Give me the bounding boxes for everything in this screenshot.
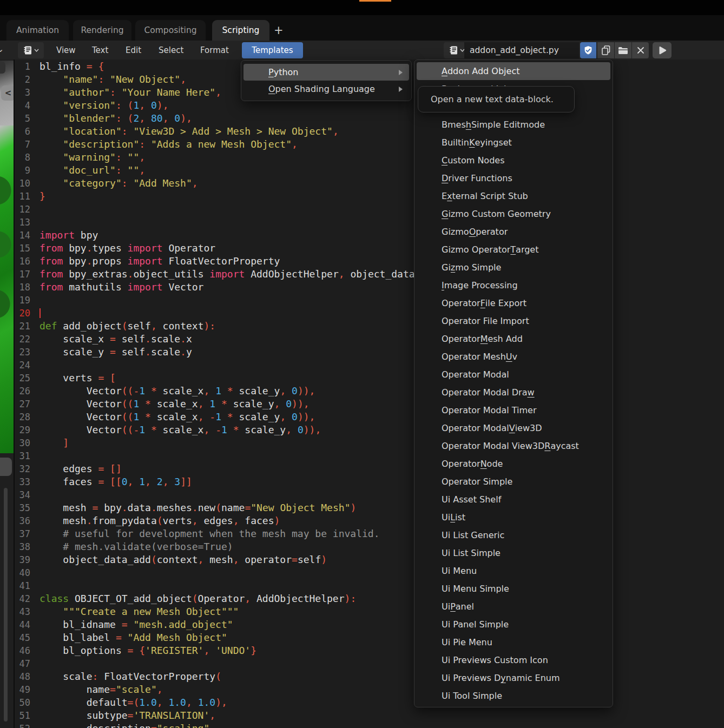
add-workspace-button[interactable]: + [274,20,284,41]
menu-item-bmesh-simple-editmode[interactable]: Bmesh Simple Editmode [417,116,610,134]
menu-item-driver-functions[interactable]: Driver Functions [417,169,610,187]
code-line-28[interactable]: 28 Vector((1 * scale_x, -1 * scale_y, 0)… [15,411,724,423]
code-line-36[interactable]: 36 mesh.from_pydata(verts, edges, faces) [15,514,724,527]
code-line-51[interactable]: 51 subtype='TRANSLATION', [15,709,724,722]
code-line-17[interactable]: 17from bpy_extras.object_utils import Ad… [15,268,724,281]
menu-item-ui-list-simple[interactable]: Ui List Simple [417,544,610,562]
code-line-47[interactable]: 47 [15,657,724,670]
menu-item-gizmo-operator-target[interactable]: Gizmo Operator Target [417,241,610,259]
code-line-12[interactable]: 12 [15,203,724,216]
code-line-13[interactable]: 13 [15,216,724,229]
menu-item-ui-menu[interactable]: Ui Menu [417,562,610,580]
code-line-50[interactable]: 50 default=(1.0, 1.0, 1.0), [15,696,724,709]
code-line-49[interactable]: 49 name="scale", [15,683,724,696]
workspace-tab-rendering[interactable]: Rendering [73,20,131,41]
fake-user-shield-button[interactable] [580,42,596,58]
code-line-39[interactable]: 39 object_data_add(context, mesh, operat… [15,553,724,566]
code-line-23[interactable]: 23 scale_y = self.scale.y [15,346,724,359]
menu-item-gizmo-custom-geometry[interactable]: Gizmo Custom Geometry [417,205,610,223]
menu-item-operator-modal-timer[interactable]: Operator Modal Timer [417,401,610,419]
open-text-button[interactable] [615,42,631,58]
menu-select[interactable]: Select [152,41,190,60]
chevron-down-icon[interactable]: ⌄ [0,44,4,54]
panel-tab-fragment[interactable] [0,458,12,476]
menu-item-operator-modal[interactable]: Operator Modal [417,366,610,383]
menu-item-image-processing[interactable]: Image Processing [417,276,610,294]
menu-item-ui-menu-simple[interactable]: Ui Menu Simple [417,580,610,598]
code-line-46[interactable]: 46 bl_options = {'REGISTER', 'UNDO'} [15,644,724,657]
code-line-8[interactable]: 8 "warning": "", [15,151,724,164]
menu-item-ui-previews-custom-icon[interactable]: Ui Previews Custom Icon [417,651,610,669]
menu-item-operator-mesh-uv[interactable]: Operator Mesh Uv [417,348,610,366]
scrollbar[interactable] [4,488,8,722]
workspace-tab-compositing[interactable]: Compositing [135,20,206,41]
code-line-11[interactable]: 11} [15,190,724,203]
menu-item-operator-file-import[interactable]: Operator File Import [417,312,610,330]
menu-item-ui-pie-menu[interactable]: Ui Pie Menu [417,633,610,651]
code-line-7[interactable]: 7 "description": "Adds a new Mesh Object… [15,138,724,151]
code-line-42[interactable]: 42class OBJECT_OT_add_object(Operator, A… [15,592,724,605]
code-line-38[interactable]: 38 # mesh.validate(verbose=True) [15,540,724,553]
templates-menu-button[interactable]: Templates [242,42,303,58]
menu-item-operator-modal-view3d-raycast[interactable]: Operator Modal View3D Raycast [417,437,610,455]
code-line-20[interactable]: 20 [15,307,724,320]
code-editor[interactable]: 1bl_info = {2 "name": "New Object",3 "au… [15,59,724,728]
code-line-44[interactable]: 44 bl_idname = "mesh.add_object" [15,618,724,631]
menu-item-ui-panel[interactable]: Ui Panel [417,598,610,616]
code-line-32[interactable]: 32 edges = [] [15,462,724,475]
code-line-43[interactable]: 43 """Create a new Mesh Object""" [15,605,724,618]
code-line-40[interactable]: 40 [15,566,724,579]
code-line-19[interactable]: 19 [15,294,724,307]
code-line-16[interactable]: 16from bpy.props import FloatVectorPrope… [15,255,724,268]
code-line-18[interactable]: 18from mathutils import Vector [15,281,724,294]
code-line-29[interactable]: 29 Vector((-1 * scale_x, -1 * scale_y, 0… [15,423,724,436]
menu-view[interactable]: View [50,41,82,60]
menu-item-operator-mesh-add[interactable]: Operator Mesh Add [417,330,610,348]
menu-item-operator-simple[interactable]: Operator Simple [417,473,610,491]
code-line-5[interactable]: 5 "blender": (2, 80, 0), [15,112,724,125]
code-line-41[interactable]: 41 [15,579,724,592]
collapse-panel-button[interactable]: < [1,85,15,101]
run-script-button[interactable] [653,42,672,58]
menu-item-custom-nodes[interactable]: Custom Nodes [417,151,610,169]
menu-item-gizmo-operator[interactable]: Gizmo Operator [417,223,610,241]
code-line-26[interactable]: 26 Vector((-1 * scale_x, 1 * scale_y, 0)… [15,385,724,398]
workspace-tab-scripting[interactable]: Scripting [212,20,269,41]
code-line-48[interactable]: 48 scale: FloatVectorProperty( [15,670,724,683]
menu-item-open-shading-language[interactable]: Open Shading Language [243,81,409,97]
menu-item-operator-node[interactable]: Operator Node [417,455,610,473]
code-line-21[interactable]: 21def add_object(self, context): [15,320,724,333]
editor-type-selector[interactable] [18,42,44,58]
code-line-34[interactable]: 34 [15,488,724,501]
code-line-37[interactable]: 37 # useful for development when the mes… [15,527,724,540]
unlink-text-button[interactable] [632,42,649,58]
code-line-6[interactable]: 6 "location": "View3D > Add > Mesh > New… [15,125,724,138]
code-line-45[interactable]: 45 bl_label = "Add Mesh Object" [15,631,724,644]
code-line-27[interactable]: 27 Vector((1 * scale_x, 1 * scale_y, 0))… [15,398,724,411]
code-line-33[interactable]: 33 faces = [[0, 1, 2, 3]] [15,475,724,488]
code-line-10[interactable]: 10 "category": "Add Mesh", [15,177,724,190]
workspace-tab-animation[interactable]: Animation [6,20,69,41]
code-line-14[interactable]: 14import bpy [15,229,724,242]
menu-item-operator-modal-view3d[interactable]: Operator Modal View3D [417,419,610,437]
menu-edit[interactable]: Edit [119,41,148,60]
menu-item-gizmo-simple[interactable]: Gizmo Simple [417,259,610,276]
menu-item-builtin-keyingset[interactable]: Builtin Keyingset [417,134,610,151]
menu-item-operator-file-export[interactable]: Operator File Export [417,294,610,312]
code-line-52[interactable]: 52 description="scaling", [15,722,724,728]
menu-item-ui-asset-shelf[interactable]: Ui Asset Shelf [417,491,610,508]
text-name-field[interactable]: addon_add_object.py [464,42,579,58]
new-text-button[interactable] [597,42,614,58]
menu-item-ui-list[interactable]: Ui List [417,508,610,526]
code-line-15[interactable]: 15from bpy.types import Operator [15,242,724,255]
code-line-24[interactable]: 24 [15,359,724,372]
menu-item-addon-add-object[interactable]: Addon Add Object [417,62,610,80]
menu-format[interactable]: Format [194,41,235,60]
menu-item-operator-modal-draw[interactable]: Operator Modal Draw [417,383,610,401]
code-line-9[interactable]: 9 "doc_url": "", [15,164,724,177]
code-line-30[interactable]: 30 ] [15,436,724,449]
menu-text[interactable]: Text [85,41,115,60]
code-line-22[interactable]: 22 scale_x = self.scale.x [15,333,724,346]
menu-item-external-script-stub[interactable]: External Script Stub [417,187,610,205]
menu-item-ui-previews-dynamic-enum[interactable]: Ui Previews Dynamic Enum [417,669,610,687]
